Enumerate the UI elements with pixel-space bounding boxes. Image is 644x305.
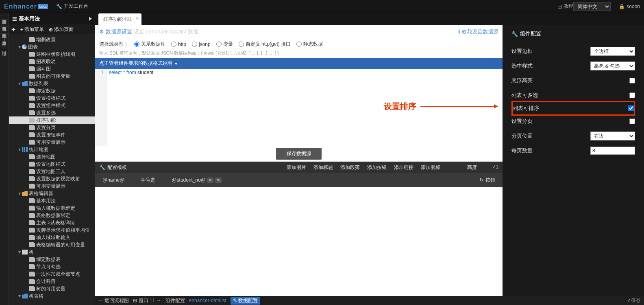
tree-item[interactable]: ▾数据列表 bbox=[9, 80, 95, 87]
tpl-field[interactable]: 学号是 bbox=[141, 177, 155, 184]
tree-item[interactable]: ▾表格编辑器 bbox=[9, 190, 95, 197]
tree-item[interactable]: 设置地图样式 bbox=[9, 160, 95, 168]
tpl-action[interactable]: 添加图标 bbox=[421, 164, 440, 171]
config-row: 每页数量 bbox=[511, 143, 635, 158]
source-type-option[interactable]: http bbox=[171, 42, 186, 47]
source-type-label: 选择源类型： bbox=[99, 41, 128, 48]
tree-item[interactable]: 图表联动 bbox=[9, 58, 95, 65]
tree-item[interactable]: ▾树表格 bbox=[9, 292, 95, 300]
expand-button[interactable]: ✚ bbox=[11, 27, 15, 33]
source-type-option[interactable]: jsonp bbox=[192, 42, 211, 47]
tree-item[interactable]: 增删改查 bbox=[9, 36, 95, 43]
config-select[interactable]: 高亮 & 勾选 bbox=[590, 61, 635, 70]
config-row: 悬浮高亮 bbox=[511, 73, 635, 88]
tree-item[interactable]: 设置按钮事件 bbox=[9, 131, 95, 138]
tree-item[interactable]: 一次性加载全部节点 bbox=[9, 270, 95, 278]
tree-item[interactable]: 设置组件样式 bbox=[9, 102, 95, 109]
tpl-action[interactable]: 添加段落 bbox=[340, 164, 360, 171]
tpl-action[interactable]: 添加按钮 bbox=[367, 164, 387, 171]
bc-save[interactable]: ✓保存 bbox=[627, 297, 641, 304]
page-icon bbox=[29, 140, 35, 145]
tpl-action[interactable]: 添加标题 bbox=[313, 164, 333, 171]
template-canvas[interactable] bbox=[95, 187, 503, 299]
tree-item[interactable]: 绑定数据 bbox=[9, 87, 95, 94]
tree-item[interactable]: 饼图柱状图折线图 bbox=[9, 50, 95, 58]
tpl-field[interactable]: @name@ bbox=[102, 177, 124, 183]
tree-item[interactable]: 输入域辅助输入 bbox=[9, 234, 95, 241]
wrench-icon: 🔧 bbox=[511, 31, 518, 37]
sidebar: ☰ 基本用法 ✚ +添加菜单 ⊕添加页面 增删改查▾图表饼图柱状图折线图图表联动… bbox=[9, 13, 95, 305]
add-page-button[interactable]: ⊕添加页面 bbox=[49, 26, 74, 33]
source-type-option[interactable]: 关系数据库 bbox=[134, 41, 165, 48]
tree-item[interactable]: 页脚显示求和值和平均值 bbox=[9, 226, 95, 234]
refresh-icon[interactable]: ↻ bbox=[479, 177, 483, 183]
tree-item[interactable]: 主表->从表格详情 bbox=[9, 219, 95, 226]
config-row: 分页位置右边 bbox=[511, 129, 635, 143]
code-line[interactable]: select * from student bbox=[107, 69, 503, 146]
config-checkbox[interactable] bbox=[629, 118, 635, 124]
tpl-field[interactable]: @student_no@ bbox=[172, 177, 206, 183]
tree-item[interactable]: 节点可勾选 bbox=[9, 263, 95, 270]
help-link[interactable]: ℹ教我设置数据源 bbox=[458, 28, 498, 35]
tree-item[interactable]: 设置模板样式 bbox=[9, 94, 95, 102]
tree-item[interactable]: 漏斗图 bbox=[9, 65, 95, 72]
tree-item[interactable]: ▾树 bbox=[9, 248, 95, 256]
rail-item[interactable]: 页面管理 bbox=[0, 13, 9, 20]
tree-item[interactable]: 选择地图 bbox=[9, 153, 95, 160]
tree-item[interactable]: 会计科目 bbox=[9, 278, 95, 285]
tree-item[interactable]: ▾统计地图 bbox=[9, 146, 95, 153]
format-hint-band[interactable]: 点击查看组件要求的数据格式说明▾ bbox=[95, 58, 503, 69]
page-icon bbox=[29, 206, 35, 211]
back-link[interactable]: ← 返回流程图 bbox=[98, 297, 129, 304]
workbench-link[interactable]: 🔧开发工作台 bbox=[56, 3, 88, 10]
tree-item[interactable]: 可用变量展示 bbox=[9, 182, 95, 190]
rail-item[interactable]: 全局配置 bbox=[0, 27, 9, 34]
source-type-option[interactable]: 变量 bbox=[216, 41, 233, 48]
template-row[interactable]: @name@ 学号是 @student_no@ ✕ ✎ ↻按钮 bbox=[95, 173, 503, 187]
save-datasource-button[interactable]: 保存数据源 bbox=[276, 148, 322, 160]
tutorial-link[interactable]: ▤教程 bbox=[557, 3, 573, 10]
tree-item[interactable]: 树的可用变量 bbox=[9, 285, 95, 292]
tree-item[interactable]: 排序功能 bbox=[9, 116, 95, 124]
play-icon[interactable] bbox=[89, 17, 92, 21]
config-select[interactable]: 全边框 bbox=[590, 47, 635, 56]
tree-item[interactable]: 可用变量展示 bbox=[9, 138, 95, 146]
tpl-action[interactable]: 添加链接 bbox=[394, 164, 413, 171]
tree-item[interactable]: 设置多选 bbox=[9, 109, 95, 116]
tree-item[interactable]: 图表的可用变量 bbox=[9, 72, 95, 80]
config-checkbox[interactable] bbox=[629, 78, 635, 83]
tree-item[interactable]: 绑定数据表 bbox=[9, 256, 95, 263]
edit-icon[interactable]: ✎ bbox=[215, 178, 222, 183]
tree-item[interactable]: 表格编辑器的可用变量 bbox=[9, 241, 95, 248]
tree-item[interactable]: 基本用法 bbox=[9, 197, 95, 204]
add-menu-button[interactable]: +添加菜单 bbox=[20, 26, 44, 33]
bc-datalist[interactable]: enhancer-datalist bbox=[189, 298, 226, 303]
tree-item[interactable]: ▾图表 bbox=[9, 43, 95, 50]
rail-item[interactable]: 自定义 Http 接口 bbox=[0, 34, 9, 51]
menu-icon[interactable]: ☰ bbox=[12, 16, 17, 22]
source-type-option[interactable]: 自定义 http(get) 接口 bbox=[239, 41, 291, 48]
tree-item[interactable]: 设置分页 bbox=[9, 124, 95, 131]
tpl-button[interactable]: 按钮 bbox=[485, 177, 495, 184]
tree-item[interactable]: 设置地图工具 bbox=[9, 168, 95, 175]
tab-active[interactable]: 排序功能491 ✕ bbox=[98, 13, 141, 25]
tree-item[interactable]: 输入域数据源绑定 bbox=[9, 204, 95, 212]
source-type-option[interactable]: 静态数据 bbox=[296, 41, 323, 48]
tree-item[interactable]: 表格数据源绑定 bbox=[9, 212, 95, 219]
tree-item[interactable]: 设置数据的视觉映射 bbox=[9, 175, 95, 182]
close-icon[interactable]: ✕ bbox=[207, 178, 213, 183]
config-checkbox[interactable] bbox=[629, 92, 635, 98]
close-icon[interactable]: ✕ bbox=[135, 16, 139, 21]
config-input[interactable] bbox=[590, 147, 635, 155]
config-checkbox[interactable] bbox=[628, 105, 634, 111]
lock-icon: 🔒 bbox=[619, 4, 625, 9]
tpl-action[interactable]: 添加图片 bbox=[287, 164, 306, 171]
bc-ds-pill[interactable]: ✎ 数据配置 bbox=[231, 297, 260, 305]
rail-item[interactable]: 角色管理 bbox=[0, 20, 9, 27]
page-icon bbox=[29, 66, 35, 71]
sql-editor[interactable]: 1 select * from student bbox=[95, 69, 503, 146]
language-select[interactable]: 简体中文 bbox=[573, 2, 611, 11]
user-menu[interactable]: 🔒sooon bbox=[619, 4, 640, 9]
datasource-link[interactable]: 数据源设置 bbox=[106, 28, 132, 35]
config-select[interactable]: 右边 bbox=[590, 132, 635, 140]
